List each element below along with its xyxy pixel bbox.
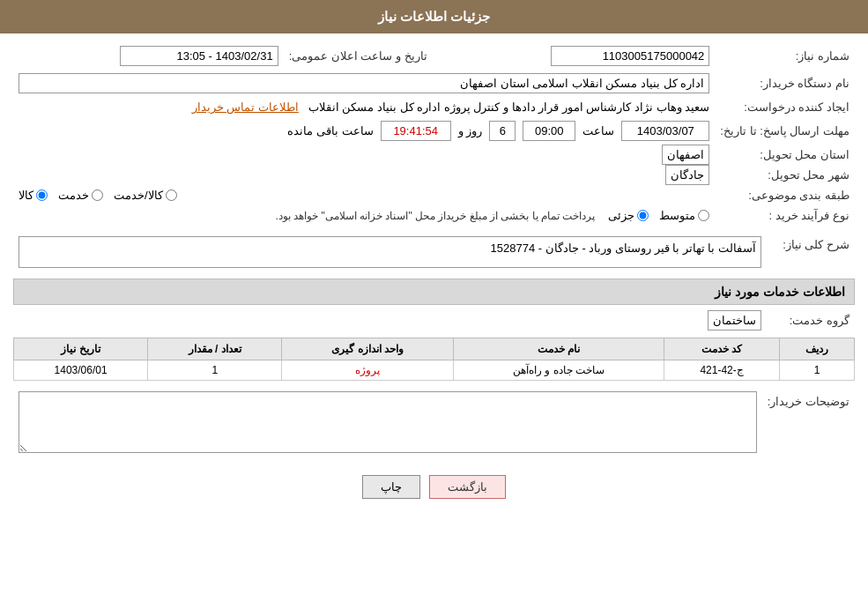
category-khedmat: خدمت bbox=[58, 189, 103, 202]
row-need-description: شرح کلی نیاز: آسفالت با تهاتر با قیر روس… bbox=[13, 233, 855, 271]
purchase-type-label: نوع فرآیند خرید : bbox=[715, 205, 855, 226]
row-response-deadline: مهلت ارسال پاسخ: تا تاریخ: 1403/03/07 سا… bbox=[13, 117, 855, 145]
row-category: طبقه بندی موضوعی: کالا/خدمت خدمت bbox=[13, 185, 855, 205]
buyer-org-label: نام دستگاه خریدار: bbox=[715, 70, 855, 97]
category-kala-khedmat-label: کالا/خدمت bbox=[114, 189, 163, 202]
category-kala-khedmat-radio[interactable] bbox=[166, 189, 177, 201]
col-quantity: تعداد / مقدار bbox=[148, 338, 282, 360]
need-description-value: آسفالت با تهاتر با قیر روستای ورباد - جا… bbox=[13, 233, 767, 271]
buyer-notes-textarea[interactable] bbox=[19, 391, 757, 453]
response-remaining-time: 19:41:54 bbox=[381, 121, 451, 141]
page-container: جزئیات اطلاعات نیاز شماره نیاز: 11030051… bbox=[0, 0, 868, 609]
cell-quantity: 1 bbox=[148, 360, 282, 381]
category-kala: کالا bbox=[19, 189, 48, 202]
page-header: جزئیات اطلاعات نیاز bbox=[0, 0, 868, 33]
contact-info-link[interactable]: اطلاعات تماس خریدار bbox=[192, 100, 299, 114]
category-khedmat-label: خدمت bbox=[58, 189, 89, 202]
delivery-city-value: جادگان bbox=[13, 165, 715, 185]
announcement-date-input: 1403/02/31 - 13:05 bbox=[120, 46, 278, 66]
category-options: کالا/خدمت خدمت کالا bbox=[13, 185, 715, 205]
response-time-label: ساعت bbox=[582, 124, 614, 137]
print-button[interactable]: چاپ bbox=[362, 475, 420, 499]
service-group-value: ساختمان bbox=[13, 310, 767, 330]
category-khedmat-radio[interactable] bbox=[92, 189, 103, 201]
purchase-type-note: پرداخت تمام یا بخشی از مبلغ خریداز محل "… bbox=[275, 210, 595, 222]
need-description-section: شرح کلی نیاز: آسفالت با تهاتر با قیر روس… bbox=[13, 233, 855, 271]
delivery-province-input: اصفهان bbox=[662, 145, 709, 165]
purchase-type-motavasset: متوسط bbox=[659, 209, 709, 222]
delivery-province-value: اصفهان bbox=[13, 145, 715, 165]
cell-row-num: 1 bbox=[780, 360, 855, 381]
purchase-type-jozi: جزئی bbox=[608, 209, 649, 222]
row-buyer-org: نام دستگاه خریدار: اداره کل بنیاد مسکن ا… bbox=[13, 70, 855, 97]
col-unit: واحد اندازه گیری bbox=[282, 338, 454, 360]
delivery-city-label: شهر محل تحویل: bbox=[715, 165, 855, 185]
services-section-title: اطلاعات خدمات مورد نیاز bbox=[13, 279, 855, 305]
cell-unit: پروژه bbox=[282, 360, 454, 381]
row-delivery-city: شهر محل تحویل: جادگان bbox=[13, 165, 855, 185]
response-date: 1403/03/07 bbox=[621, 121, 709, 141]
col-service-name: نام خدمت bbox=[454, 338, 664, 360]
requester-text: سعید وهاب نژاد کارشناس امور قرار دادها و… bbox=[308, 100, 710, 114]
category-kala-khedmat: کالا/خدمت bbox=[114, 189, 177, 202]
cell-service-name: ساخت جاده و راه‌آهن bbox=[454, 360, 664, 381]
category-kala-label: کالا bbox=[19, 189, 33, 202]
response-deadline-label: مهلت ارسال پاسخ: تا تاریخ: bbox=[715, 117, 855, 145]
response-days-label: روز و bbox=[458, 124, 483, 137]
category-radio-row: کالا/خدمت خدمت کالا bbox=[19, 189, 709, 202]
row-need-number: شماره نیاز: 1103005175000042 تاریخ و ساع… bbox=[13, 42, 855, 70]
col-date: تاریخ نیاز bbox=[14, 338, 148, 360]
col-service-code: کد خدمت bbox=[664, 338, 780, 360]
purchase-type-motavasset-label: متوسط bbox=[659, 209, 695, 222]
service-group-input: ساختمان bbox=[708, 310, 761, 330]
response-remaining-label: ساعت باقی مانده bbox=[287, 124, 373, 137]
announcement-date-value: 1403/02/31 - 13:05 bbox=[13, 42, 284, 70]
info-table: شماره نیاز: 1103005175000042 تاریخ و ساع… bbox=[13, 42, 855, 226]
purchase-type-motavasset-radio[interactable] bbox=[698, 210, 709, 221]
purchase-type-radio-row: متوسط جزئی bbox=[608, 209, 709, 222]
need-description-label: شرح کلی نیاز: bbox=[767, 233, 855, 271]
col-row-num: ردیف bbox=[780, 338, 855, 360]
requester-label: ایجاد کننده درخواست: bbox=[715, 97, 855, 117]
services-table-body: 1 ج-42-421 ساخت جاده و راه‌آهن پروژه 1 1… bbox=[14, 360, 855, 381]
purchase-type-row: متوسط جزئی پرداخت تمام یا بخشی از مبلغ خ… bbox=[13, 205, 715, 226]
button-row: بازگشت چاپ bbox=[13, 466, 855, 508]
purchase-type-jozi-label: جزئی bbox=[608, 209, 634, 222]
purchase-type-jozi-radio[interactable] bbox=[637, 210, 649, 221]
cell-service-code: ج-42-421 bbox=[664, 360, 780, 381]
buyer-notes-section: توضیحات خریدار: bbox=[13, 388, 855, 459]
cell-date: 1403/06/01 bbox=[14, 360, 148, 381]
row-buyer-notes: توضیحات خریدار: bbox=[13, 388, 855, 459]
buyer-notes-value bbox=[13, 388, 762, 459]
delivery-province-label: استان محل تحویل: bbox=[715, 145, 855, 165]
row-requester: ایجاد کننده درخواست: سعید وهاب نژاد کارش… bbox=[13, 97, 855, 117]
service-group-table: گروه خدمت: ساختمان bbox=[13, 310, 855, 330]
need-number-input: 1103005175000042 bbox=[551, 46, 709, 66]
category-label: طبقه بندی موضوعی: bbox=[715, 185, 855, 205]
main-content: شماره نیاز: 1103005175000042 تاریخ و ساع… bbox=[0, 33, 868, 516]
need-number-label: شماره نیاز: bbox=[715, 42, 855, 70]
services-table: ردیف کد خدمت نام خدمت واحد اندازه گیری ت… bbox=[13, 338, 855, 381]
service-group-label: گروه خدمت: bbox=[767, 310, 855, 330]
buyer-notes-label: توضیحات خریدار: bbox=[762, 388, 855, 459]
buyer-org-value: اداره کل بنیاد مسکن انقلاب اسلامی استان … bbox=[13, 70, 715, 97]
delivery-city-input: جادگان bbox=[665, 165, 709, 185]
services-table-header: ردیف کد خدمت نام خدمت واحد اندازه گیری ت… bbox=[14, 338, 855, 360]
response-time: 09:00 bbox=[523, 121, 575, 141]
response-deadline-row: 1403/03/07 ساعت 09:00 6 روز و 19:41:54 س… bbox=[13, 117, 715, 145]
table-row: 1 ج-42-421 ساخت جاده و راه‌آهن پروژه 1 1… bbox=[14, 360, 855, 381]
response-days: 6 bbox=[489, 121, 516, 141]
back-button[interactable]: بازگشت bbox=[429, 475, 506, 499]
buyer-org-input: اداره کل بنیاد مسکن انقلاب اسلامی استان … bbox=[19, 73, 709, 93]
row-purchase-type: نوع فرآیند خرید : متوسط جزئی bbox=[13, 205, 855, 226]
requester-value: سعید وهاب نژاد کارشناس امور قرار دادها و… bbox=[13, 97, 715, 117]
row-service-group: گروه خدمت: ساختمان bbox=[13, 310, 855, 330]
need-description-input: آسفالت با تهاتر با قیر روستای ورباد - جا… bbox=[19, 236, 761, 268]
category-kala-radio[interactable] bbox=[36, 189, 48, 201]
row-delivery-province: استان محل تحویل: اصفهان bbox=[13, 145, 855, 165]
need-number-value: 1103005175000042 bbox=[445, 42, 716, 70]
services-table-header-row: ردیف کد خدمت نام خدمت واحد اندازه گیری ت… bbox=[14, 338, 855, 360]
header-title: جزئیات اطلاعات نیاز bbox=[378, 9, 490, 24]
announcement-date-label: تاریخ و ساعت اعلان عمومی: bbox=[284, 42, 445, 70]
